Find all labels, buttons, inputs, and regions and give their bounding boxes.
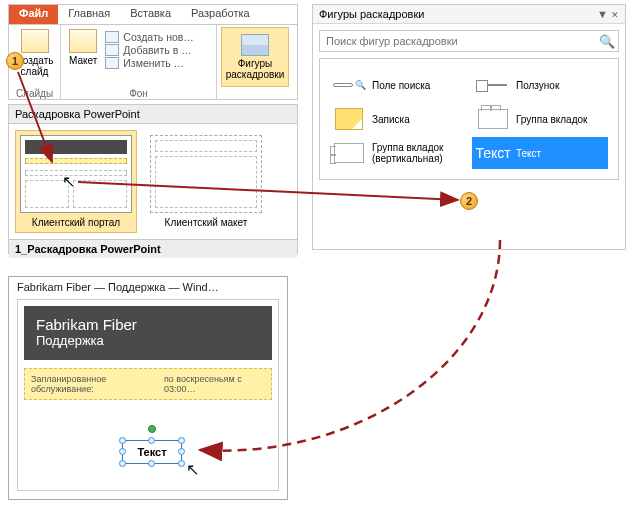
shape-label: Поле поиска bbox=[372, 80, 430, 91]
shape-label: Группа вкладок (вертикальная) bbox=[372, 142, 460, 164]
pane-title: Фигуры раскадровки bbox=[319, 8, 424, 20]
bg-edit-icon bbox=[105, 57, 119, 69]
pane-dropdown-icon[interactable]: ▼ ✕ bbox=[597, 8, 619, 20]
tab-home[interactable]: Главная bbox=[58, 5, 120, 24]
notice-label: Запланированное обслуживание: bbox=[31, 374, 158, 394]
tabgroup-icon bbox=[476, 106, 510, 132]
bg-create-icon bbox=[105, 31, 119, 43]
shape-item-text[interactable]: Текст Текст bbox=[472, 137, 608, 169]
shape-item-tabgroup-vertical[interactable]: Группа вкладок (вертикальная) bbox=[328, 137, 464, 169]
group-bg-label: Фон bbox=[61, 88, 216, 99]
hero-area: Fabrikam Fiber Поддержка bbox=[24, 306, 272, 360]
search-input[interactable] bbox=[320, 35, 596, 47]
thumb-client-layout[interactable]: Клиентский макет bbox=[145, 130, 267, 233]
layout-icon bbox=[69, 29, 97, 53]
storyboard-shapes-button[interactable]: Фигуры раскадровки bbox=[221, 27, 289, 87]
shapes-pane: Фигуры раскадровки ▼ ✕ 🔍 🔍 Поле поиска П… bbox=[312, 4, 626, 250]
resize-handle[interactable] bbox=[178, 437, 185, 444]
bg-create-label: Создать нов… bbox=[123, 31, 194, 43]
resize-handle[interactable] bbox=[148, 437, 155, 444]
preview-canvas[interactable]: Fabrikam Fiber Поддержка Запланированное… bbox=[17, 299, 279, 491]
thumb-client-portal[interactable]: Клиентский портал bbox=[15, 130, 137, 233]
resize-handle[interactable] bbox=[119, 437, 126, 444]
shape-item-slider[interactable]: Ползунок bbox=[472, 69, 608, 101]
thumb-label-2: Клиентский макет bbox=[165, 217, 248, 228]
shape-label: Текст bbox=[516, 148, 541, 159]
tab-dev[interactable]: Разработка bbox=[181, 5, 260, 24]
pane-close-icon[interactable]: ✕ bbox=[611, 10, 619, 20]
tab-insert[interactable]: Вставка bbox=[120, 5, 181, 24]
notice-bar: Запланированное обслуживание: по воскрес… bbox=[24, 368, 272, 400]
storyboard-shapes-label: Фигуры раскадровки bbox=[226, 58, 285, 80]
text-icon: Текст bbox=[476, 140, 510, 166]
bg-edit-label: Изменить … bbox=[123, 57, 184, 69]
preview-title: Fabrikam Fiber — Поддержка — Wind… bbox=[9, 277, 287, 297]
text-shape-label: Текст bbox=[137, 446, 166, 458]
bg-add-icon bbox=[105, 44, 119, 56]
pane-search[interactable]: 🔍 bbox=[319, 30, 619, 52]
hero-h1: Fabrikam Fiber bbox=[36, 316, 260, 333]
resize-handle[interactable] bbox=[178, 448, 185, 455]
shape-item-search[interactable]: 🔍 Поле поиска bbox=[328, 69, 464, 101]
bg-edit-button[interactable]: Изменить … bbox=[105, 57, 194, 69]
tabgroup-v-icon bbox=[332, 140, 366, 166]
layout-label: Макет bbox=[69, 55, 97, 66]
thumb-label-1: Клиентский портал bbox=[32, 217, 120, 228]
callout-1: 1 bbox=[6, 52, 24, 70]
shapes-gallery: 🔍 Поле поиска Ползунок Записка Группа вк… bbox=[319, 58, 619, 180]
rotate-handle[interactable] bbox=[148, 425, 156, 433]
resize-handle[interactable] bbox=[178, 460, 185, 467]
storyboard-section: Раскадровка PowerPoint Клиентский портал… bbox=[8, 104, 298, 254]
shape-label: Записка bbox=[372, 114, 410, 125]
preview-window: Fabrikam Fiber — Поддержка — Wind… Fabri… bbox=[8, 276, 288, 500]
thumb-canvas-2 bbox=[150, 135, 262, 213]
layout-button[interactable]: Макет bbox=[65, 27, 101, 68]
shape-item-tabgroup[interactable]: Группа вкладок bbox=[472, 103, 608, 135]
tab-file[interactable]: Файл bbox=[9, 5, 58, 24]
pane-header: Фигуры раскадровки ▼ ✕ bbox=[313, 5, 625, 24]
resize-handle[interactable] bbox=[119, 448, 126, 455]
group-slides-label: Слайды bbox=[9, 88, 60, 99]
notice-value: по воскресеньям с 03:00… bbox=[164, 374, 265, 394]
shape-label: Группа вкладок bbox=[516, 114, 587, 125]
thumb-canvas bbox=[20, 135, 132, 213]
cursor-icon: ↖ bbox=[186, 460, 199, 479]
storyboard-title: Раскадровка PowerPoint bbox=[9, 105, 297, 124]
ribbon-tabs: Файл Главная Вставка Разработка bbox=[9, 5, 297, 25]
shape-item-note[interactable]: Записка bbox=[328, 103, 464, 135]
slider-icon bbox=[476, 72, 510, 98]
new-slide-icon bbox=[21, 29, 49, 53]
group-background: Макет Создать нов… Добавить в … Изменить… bbox=[61, 25, 217, 99]
callout-2: 2 bbox=[460, 192, 478, 210]
text-shape[interactable]: Текст bbox=[122, 440, 182, 464]
bg-create-button[interactable]: Создать нов… bbox=[105, 31, 194, 43]
bg-add-button[interactable]: Добавить в … bbox=[105, 44, 194, 56]
note-icon bbox=[332, 106, 366, 132]
group-shapes: Фигуры раскадровки bbox=[217, 25, 293, 99]
cursor-icon: ↖ bbox=[62, 172, 75, 191]
resize-handle[interactable] bbox=[119, 460, 126, 467]
ribbon: Файл Главная Вставка Разработка Создать … bbox=[8, 4, 298, 100]
search-icon[interactable]: 🔍 bbox=[596, 34, 618, 49]
search-field-icon: 🔍 bbox=[332, 72, 366, 98]
shape-label: Ползунок bbox=[516, 80, 559, 91]
storyboard-shapes-icon bbox=[241, 34, 269, 56]
resize-handle[interactable] bbox=[148, 460, 155, 467]
hero-h2: Поддержка bbox=[36, 333, 260, 348]
storyboard-footer: 1_Раскадровка PowerPoint bbox=[9, 239, 297, 258]
bg-add-label: Добавить в … bbox=[123, 44, 191, 56]
